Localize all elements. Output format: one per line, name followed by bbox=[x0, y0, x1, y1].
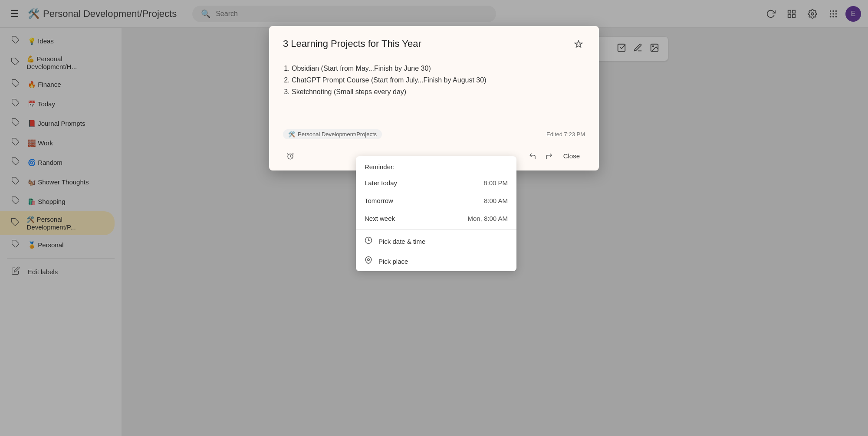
undo-button[interactable] bbox=[525, 149, 540, 164]
reminder-next-week-label: Next week bbox=[365, 215, 395, 222]
note-title: 3 Learning Projects for This Year bbox=[283, 38, 572, 49]
reminder-divider bbox=[356, 229, 516, 229]
reminder-dropdown: Reminder: Later today 8:00 PM Tomorrow 8… bbox=[356, 156, 516, 271]
note-edit-time: Edited 7:23 PM bbox=[546, 131, 585, 138]
note-modal: 3 Learning Projects for This Year Obsidi… bbox=[269, 26, 599, 170]
note-content: Obsidian (Start from May...Finish by Jun… bbox=[283, 62, 585, 98]
undo-redo-group bbox=[525, 149, 556, 164]
note-footer: 🛠️ Personal Development/Projects Edited … bbox=[283, 124, 585, 144]
reminder-later-today-label: Later today bbox=[365, 179, 397, 187]
reminder-header: Reminder: bbox=[356, 156, 516, 174]
pin-icon[interactable] bbox=[572, 38, 585, 54]
reminder-later-today[interactable]: Later today 8:00 PM bbox=[356, 174, 516, 192]
reminder-pick-date[interactable]: Pick date & time bbox=[356, 231, 516, 251]
reminder-pick-date-label: Pick date & time bbox=[378, 238, 425, 245]
location-icon bbox=[365, 256, 372, 266]
svg-point-19 bbox=[368, 259, 370, 261]
redo-button[interactable] bbox=[542, 149, 556, 164]
note-item-2: ChatGPT Prompt Course (Start from July..… bbox=[292, 74, 585, 86]
label-tag-icon: 🛠️ bbox=[288, 131, 295, 138]
alarm-icon-btn[interactable] bbox=[283, 149, 298, 164]
clock-icon bbox=[365, 236, 372, 246]
note-modal-header: 3 Learning Projects for This Year bbox=[283, 38, 585, 54]
reminder-next-week[interactable]: Next week Mon, 8:00 AM bbox=[356, 210, 516, 227]
note-item-1: Obsidian (Start from May...Finish by Jun… bbox=[292, 62, 585, 74]
reminder-tomorrow-time: 8:00 AM bbox=[484, 197, 508, 204]
label-tag-text: Personal Development/Projects bbox=[298, 131, 377, 138]
reminder-tomorrow[interactable]: Tomorrow 8:00 AM bbox=[356, 192, 516, 210]
close-button[interactable]: Close bbox=[558, 150, 585, 162]
reminder-pick-place-label: Pick place bbox=[378, 258, 408, 265]
note-label-tag[interactable]: 🛠️ Personal Development/Projects bbox=[283, 129, 382, 139]
reminder-tomorrow-label: Tomorrow bbox=[365, 197, 393, 204]
note-item-3: Sketchnoting (Small steps every day) bbox=[292, 86, 585, 98]
reminder-pick-place[interactable]: Pick place bbox=[356, 251, 516, 271]
reminder-next-week-time: Mon, 8:00 AM bbox=[467, 215, 508, 222]
reminder-later-today-time: 8:00 PM bbox=[483, 179, 508, 187]
